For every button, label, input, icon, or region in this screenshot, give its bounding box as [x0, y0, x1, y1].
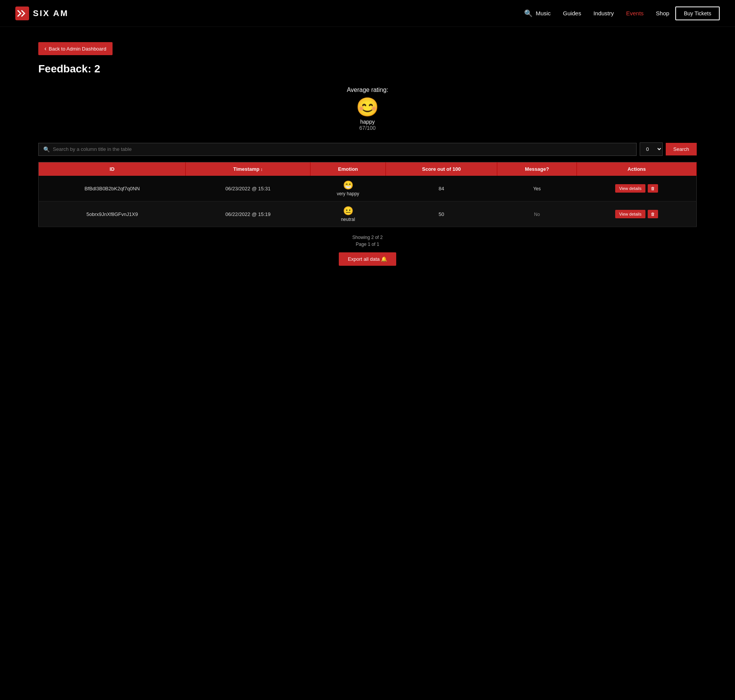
emotion-emoji: 😁 [343, 180, 353, 190]
cell-id: 5obrx9JnXf8GFvnJ1X9 [39, 201, 186, 227]
view-details-button[interactable]: View details [615, 210, 645, 218]
delete-button[interactable]: 🗑 [648, 184, 658, 193]
average-rating-label: Average rating: [38, 87, 697, 93]
svg-rect-0 [15, 7, 29, 20]
page-title: Feedback: 2 [38, 63, 697, 75]
nav-item-shop[interactable]: Shop [656, 10, 669, 16]
delete-button[interactable]: 🗑 [648, 210, 658, 218]
search-input[interactable] [53, 146, 632, 152]
col-header-emotion: Emotion [310, 162, 386, 176]
cell-message: No [497, 201, 577, 227]
emotion-label: very happy [337, 191, 359, 196]
emotion-label: neutral [341, 217, 355, 222]
emotion-emoji: 😐 [343, 206, 353, 216]
export-button[interactable]: Export all data 🔔 [339, 252, 397, 266]
col-header-actions: Actions [577, 162, 697, 176]
back-to-admin-button[interactable]: Back to Admin Dashboard [38, 42, 113, 55]
cell-score: 50 [385, 201, 497, 227]
navigation: SIX AM 🔍 Music Guides Industry Events Sh… [0, 0, 735, 27]
col-header-timestamp[interactable]: Timestamp [186, 162, 310, 176]
nav-item-guides[interactable]: Guides [563, 10, 581, 16]
cell-id: BfBdl3B0B2bK2qf7q0NN [39, 176, 186, 201]
logo-text: SIX AM [33, 8, 69, 18]
table-header: ID Timestamp Emotion Score out of 100 Me… [39, 162, 697, 176]
average-rating-score: 67/100 [38, 125, 697, 131]
nav-item-industry[interactable]: Industry [593, 10, 614, 16]
average-rating-emotion: happy [38, 119, 697, 125]
search-icon: 🔍 [43, 146, 50, 152]
nav-item-events[interactable]: Events [626, 10, 644, 16]
buy-tickets-button[interactable]: Buy Tickets [675, 7, 720, 20]
logo[interactable]: SIX AM [15, 7, 69, 20]
col-header-score: Score out of 100 [385, 162, 497, 176]
cell-score: 84 [385, 176, 497, 201]
cell-emotion: 😁 very happy [310, 176, 386, 201]
page-text: Page 1 of 1 [38, 242, 697, 247]
cell-actions: View details 🗑 [577, 176, 697, 201]
nav-item-music[interactable]: Music [536, 10, 550, 16]
cell-actions: View details 🗑 [577, 201, 697, 227]
cell-emotion: 😐 neutral [310, 201, 386, 227]
col-header-id: ID [39, 162, 186, 176]
showing-text: Showing 2 of 2 [38, 235, 697, 240]
table-row: 5obrx9JnXf8GFvnJ1X9 06/22/2022 @ 15:19 😐… [39, 201, 697, 227]
table-footer: Showing 2 of 2 Page 1 of 1 Export all da… [38, 235, 697, 266]
cell-timestamp: 06/22/2022 @ 15:19 [186, 201, 310, 227]
cell-message: Yes [497, 176, 577, 201]
search-input-wrapper: 🔍 [38, 143, 637, 156]
table-body: BfBdl3B0B2bK2qf7q0NN 06/23/2022 @ 15:31 … [39, 176, 697, 227]
search-button[interactable]: Search [666, 143, 697, 155]
feedback-table: ID Timestamp Emotion Score out of 100 Me… [38, 162, 697, 227]
main-content: Back to Admin Dashboard Feedback: 2 Aver… [0, 27, 735, 281]
search-bar: 🔍 0 Search [38, 142, 697, 156]
cell-timestamp: 06/23/2022 @ 15:31 [186, 176, 310, 201]
column-select[interactable]: 0 [640, 142, 663, 156]
nav-links: Music Guides Industry Events Shop [536, 10, 669, 16]
average-rating-emoji: 😊 [38, 98, 697, 116]
view-details-button[interactable]: View details [615, 184, 645, 193]
average-rating-section: Average rating: 😊 happy 67/100 [38, 87, 697, 131]
col-header-message: Message? [497, 162, 577, 176]
nav-search-icon[interactable]: 🔍 [524, 9, 532, 18]
table-row: BfBdl3B0B2bK2qf7q0NN 06/23/2022 @ 15:31 … [39, 176, 697, 201]
